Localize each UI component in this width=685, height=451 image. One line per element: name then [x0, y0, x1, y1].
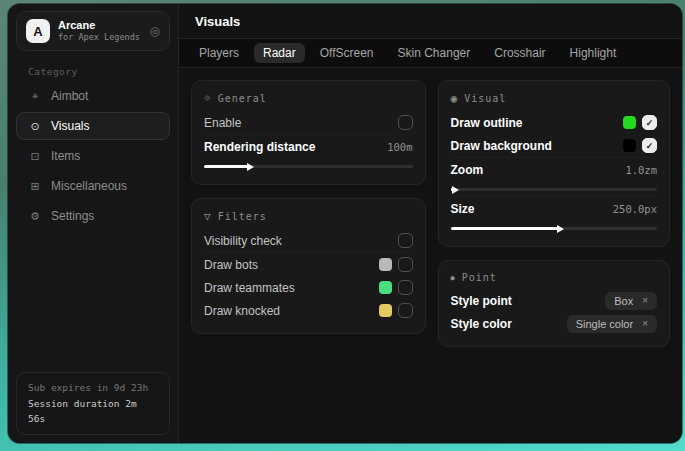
draw-knocked-row: Draw knocked: [204, 299, 413, 322]
filters-card: ▽ Filters Visibility check Draw bots: [191, 198, 426, 334]
app-name: Arcane: [58, 19, 142, 33]
visual-card-title: Visual: [464, 93, 506, 104]
general-card-title: General: [218, 93, 267, 104]
point-card: ● Point Style point Box × Style color: [438, 260, 671, 347]
size-row: Size 250.0px: [451, 196, 658, 220]
visibility-check-label: Visibility check: [204, 234, 282, 248]
eye-icon: ◉: [451, 92, 458, 105]
enable-checkbox[interactable]: [398, 115, 413, 130]
draw-bots-row: Draw bots: [204, 252, 413, 276]
tab-highlight[interactable]: Highlight: [561, 43, 626, 63]
size-slider[interactable]: [451, 227, 658, 230]
app-subtitle: for Apex Legends: [58, 32, 142, 43]
eye-icon: ⊙: [28, 120, 42, 133]
draw-teammates-label: Draw teammates: [204, 281, 295, 295]
tab-skin-changer[interactable]: Skin Changer: [389, 43, 480, 63]
main-panel: Visuals Players Radar OffScreen Skin Cha…: [179, 4, 682, 443]
filters-card-title: Filters: [218, 211, 267, 222]
dot-icon: ●: [451, 274, 455, 282]
draw-bots-label: Draw bots: [204, 258, 258, 272]
sidebar-item-label: Settings: [51, 209, 94, 223]
draw-knocked-label: Draw knocked: [204, 304, 280, 318]
enable-label: Enable: [204, 116, 241, 130]
filters-card-header: ▽ Filters: [204, 208, 413, 229]
size-label: Size: [451, 202, 475, 216]
page-title: Visuals: [179, 4, 682, 39]
tab-radar[interactable]: Radar: [254, 43, 305, 63]
draw-teammates-row: Draw teammates: [204, 276, 413, 299]
style-color-select[interactable]: Single color ×: [567, 315, 657, 333]
clear-icon[interactable]: ×: [642, 295, 648, 306]
slider-fill: [451, 227, 558, 230]
visual-card: ◉ Visual Draw outline ✓ Draw background: [438, 80, 671, 247]
zoom-value: 1.0zm: [625, 164, 657, 176]
tab-crosshair[interactable]: Crosshair: [485, 43, 554, 63]
draw-background-row: Draw background ✓: [451, 134, 658, 157]
slider-thumb[interactable]: [557, 225, 564, 233]
style-color-row: Style color Single color ×: [451, 312, 658, 335]
sidebar-item-label: Aimbot: [51, 89, 88, 103]
right-column: ◉ Visual Draw outline ✓ Draw background: [438, 80, 671, 431]
slider-thumb[interactable]: [247, 163, 254, 171]
draw-bots-color-swatch[interactable]: [379, 258, 392, 271]
draw-background-checkbox[interactable]: ✓: [642, 138, 657, 153]
rendering-distance-slider[interactable]: [204, 165, 413, 168]
sidebar-item-label: Miscellaneous: [51, 179, 127, 193]
draw-outline-row: Draw outline ✓: [451, 111, 658, 134]
crosshair-icon: ⌖: [28, 90, 42, 103]
draw-background-color-swatch[interactable]: [623, 139, 636, 152]
zoom-row: Zoom 1.0zm: [451, 157, 658, 181]
slider-thumb[interactable]: [452, 186, 459, 194]
sidebar-item-label: Items: [51, 149, 80, 163]
slider-fill: [204, 165, 248, 168]
left-column: ☼ General Enable Rendering distance 100m: [191, 80, 426, 431]
tab-bar: Players Radar OffScreen Skin Changer Cro…: [179, 39, 682, 68]
draw-knocked-checkbox[interactable]: [398, 303, 413, 318]
sidebar-nav: ⌖ Aimbot ⊙ Visuals ⊡ Items ⊞ Miscellaneo…: [8, 82, 178, 230]
sidebar: A Arcane for Apex Legends ◎ Category ⌖ A…: [8, 4, 179, 443]
draw-teammates-checkbox[interactable]: [398, 280, 413, 295]
draw-outline-checkbox[interactable]: ✓: [642, 115, 657, 130]
point-card-header: ● Point: [451, 270, 658, 289]
style-point-select[interactable]: Box ×: [605, 292, 657, 310]
style-point-label: Style point: [451, 294, 512, 308]
enable-row: Enable: [204, 111, 413, 134]
clear-icon[interactable]: ×: [642, 318, 648, 329]
general-card-header: ☼ General: [204, 90, 413, 111]
subscription-info: Sub expires in 9d 23h Session duration 2…: [16, 372, 170, 435]
zoom-slider[interactable]: [451, 188, 658, 191]
style-point-row: Style point Box ×: [451, 289, 658, 312]
size-value: 250.0px: [613, 203, 657, 215]
rendering-distance-value: 100m: [387, 141, 412, 153]
content-area: ☼ General Enable Rendering distance 100m: [179, 68, 682, 443]
sidebar-item-aimbot[interactable]: ⌖ Aimbot: [16, 82, 170, 110]
brand-text: Arcane for Apex Legends: [58, 19, 142, 44]
draw-teammates-color-swatch[interactable]: [379, 281, 392, 294]
sub-expiry-text: Sub expires in 9d 23h: [28, 380, 158, 396]
draw-background-label: Draw background: [451, 139, 552, 153]
sidebar-item-label: Visuals: [51, 119, 89, 133]
funnel-icon: ▽: [204, 210, 211, 223]
sidebar-item-items[interactable]: ⊡ Items: [16, 142, 170, 170]
tab-offscreen[interactable]: OffScreen: [311, 43, 383, 63]
box-icon: ⊡: [28, 150, 42, 163]
draw-bots-checkbox[interactable]: [398, 257, 413, 272]
style-color-label: Style color: [451, 317, 512, 331]
visibility-check-row: Visibility check: [204, 229, 413, 252]
sidebar-item-visuals[interactable]: ⊙ Visuals: [16, 112, 170, 140]
app-brand: A Arcane for Apex Legends ◎: [16, 11, 170, 51]
sidebar-item-miscellaneous[interactable]: ⊞ Miscellaneous: [16, 172, 170, 200]
draw-knocked-color-swatch[interactable]: [379, 304, 392, 317]
visibility-check-checkbox[interactable]: [398, 233, 413, 248]
general-card: ☼ General Enable Rendering distance 100m: [191, 80, 426, 185]
gear-icon: ⚙: [28, 210, 42, 223]
point-card-title: Point: [462, 272, 497, 283]
target-icon[interactable]: ◎: [150, 24, 160, 38]
style-color-selected-value: Single color: [576, 318, 633, 330]
session-duration-text: Session duration 2m 56s: [28, 396, 158, 427]
sidebar-item-settings[interactable]: ⚙ Settings: [16, 202, 170, 230]
visual-card-header: ◉ Visual: [451, 90, 658, 111]
draw-outline-color-swatch[interactable]: [623, 116, 636, 129]
tab-players[interactable]: Players: [190, 43, 248, 63]
rendering-distance-row: Rendering distance 100m: [204, 134, 413, 158]
